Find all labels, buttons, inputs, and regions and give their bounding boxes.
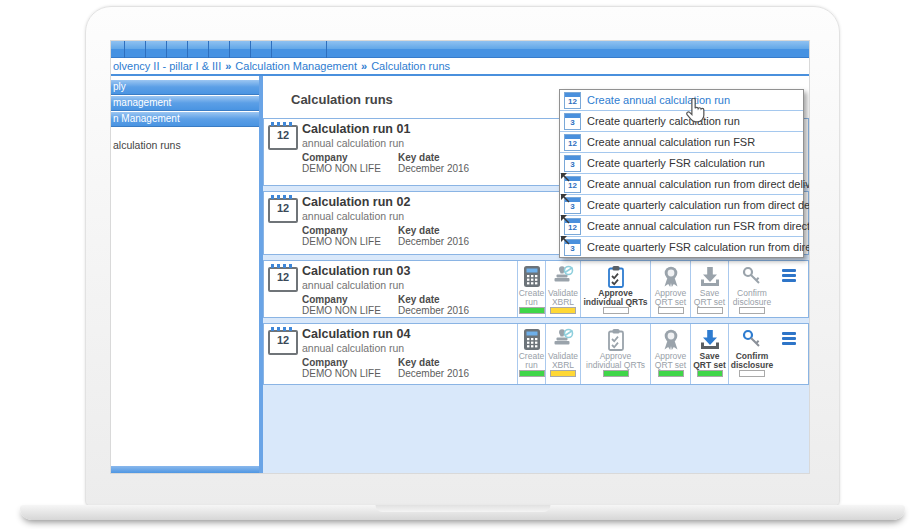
- clipboard-check-icon: [606, 264, 626, 289]
- confirm-disclosure-button[interactable]: Confirm disclosure: [728, 324, 775, 384]
- create-run-dropdown-menu: 12 Create annual calculation run 3 Creat…: [559, 89, 804, 258]
- company-label: Company: [302, 294, 348, 305]
- key-date-value: December 2016: [398, 163, 469, 174]
- status-bar: [519, 370, 545, 377]
- status-bar: [658, 307, 684, 314]
- calendar-12-icon: 12: [564, 134, 581, 151]
- status-bar: [519, 307, 545, 314]
- sidebar-item[interactable]: management: [111, 96, 259, 111]
- stamp-icon: [551, 327, 575, 352]
- key-date-label: Key date: [398, 225, 440, 236]
- company-value: DEMO NON LIFE: [302, 305, 381, 316]
- create-run-button[interactable]: Create run: [517, 261, 545, 317]
- approve-qrt-set-button[interactable]: Approve QRT set: [650, 261, 690, 317]
- sidebar-subnav: alculation runs: [111, 139, 259, 151]
- status-bar: [739, 307, 765, 314]
- calendar-3-import-icon: 3: [564, 239, 581, 256]
- tab[interactable]: [251, 41, 272, 58]
- sidebar-item[interactable]: n Management: [111, 112, 259, 127]
- company-value: DEMO NON LIFE: [302, 163, 381, 174]
- status-bar: [550, 370, 576, 377]
- rosette-icon: [660, 327, 682, 352]
- stamp-icon: [551, 264, 575, 289]
- calendar-3-import-icon: 3: [564, 197, 581, 214]
- clipboard-check-icon: [606, 327, 626, 352]
- run-subtitle: annual calculation run: [302, 210, 404, 222]
- approve-qrt-set-button[interactable]: Approve QRT set: [650, 324, 690, 384]
- menu-item[interactable]: 12 Create annual calculation run from di…: [560, 173, 803, 194]
- sidebar-nav: plymanagementn Management: [111, 80, 259, 127]
- run-title: Calculation run 03: [302, 264, 410, 278]
- status-bar: [697, 307, 723, 314]
- page-title: Calculation runs: [291, 92, 393, 107]
- key-icon: [740, 264, 764, 289]
- row-menu-button[interactable]: [782, 332, 798, 384]
- run-subtitle: annual calculation run: [302, 342, 404, 354]
- run-title: Calculation run 04: [302, 327, 410, 341]
- tab[interactable]: [111, 41, 125, 58]
- laptop-base-notch: [375, 505, 550, 512]
- tab[interactable]: [209, 41, 230, 58]
- sidebar-subitem[interactable]: alculation runs: [111, 139, 259, 151]
- breadcrumb-item[interactable]: Calculation runs: [371, 60, 450, 72]
- rosette-icon: [660, 264, 682, 289]
- key-icon: [740, 327, 764, 352]
- calendar-12-icon: 12: [564, 92, 581, 109]
- create-run-button[interactable]: Create run: [517, 324, 545, 384]
- breadcrumb: olvency II - pillar I & III»Calculation …: [111, 58, 809, 76]
- company-label: Company: [302, 357, 348, 368]
- breadcrumb-separator: »: [361, 60, 367, 72]
- menu-icon: [782, 332, 798, 346]
- calendar-3-icon: 3: [564, 155, 581, 172]
- status-bar: [658, 370, 684, 377]
- key-date-value: December 2016: [398, 305, 469, 316]
- validate-xbrl-button[interactable]: Validate XBRL: [545, 261, 580, 317]
- status-bar: [739, 370, 765, 377]
- approve-individual-qrts-button[interactable]: Approve individual QRTs: [580, 261, 650, 317]
- laptop-base: [20, 505, 905, 520]
- tab[interactable]: [230, 41, 251, 58]
- tab[interactable]: [272, 41, 327, 58]
- calendar-12-icon: 12: [268, 125, 298, 150]
- row-menu-button[interactable]: [782, 269, 798, 317]
- menu-item[interactable]: 12 Create annual calculation run FSR fro…: [560, 215, 803, 236]
- menu-icon: [782, 269, 798, 283]
- validate-xbrl-button[interactable]: Validate XBRL: [545, 324, 580, 384]
- approve-individual-qrts-button[interactable]: Approve individual QRTs: [580, 324, 650, 384]
- calendar-12-icon: 12: [268, 267, 298, 292]
- calendar-12-import-icon: 12: [564, 176, 581, 193]
- run-subtitle: annual calculation run: [302, 279, 404, 291]
- status-bar: [697, 370, 723, 377]
- tab[interactable]: [125, 41, 146, 58]
- menu-item[interactable]: 12 Create annual calculation run FSR: [560, 131, 803, 152]
- company-label: Company: [302, 152, 348, 163]
- tab[interactable]: [188, 41, 209, 58]
- save-qrt-set-button[interactable]: Save QRT set: [690, 324, 728, 384]
- row-actions: Create run Validate XBRL Approve individ…: [517, 261, 808, 317]
- breadcrumb-separator: »: [225, 60, 231, 72]
- calendar-3-icon: 3: [564, 113, 581, 130]
- confirm-disclosure-button[interactable]: Confirm disclosure: [728, 261, 775, 317]
- menu-item[interactable]: 3 Create quarterly FSR calculation run: [560, 152, 803, 173]
- run-title: Calculation run 01: [302, 122, 410, 136]
- tab[interactable]: [146, 41, 167, 58]
- save-qrt-set-button[interactable]: Save QRT set: [690, 261, 728, 317]
- menu-item[interactable]: 3 Create quarterly calculation run from …: [560, 194, 803, 215]
- menu-item[interactable]: 12 Create annual calculation run: [560, 90, 803, 110]
- breadcrumb-item[interactable]: olvency II - pillar I & III: [113, 60, 221, 72]
- tab[interactable]: [167, 41, 188, 58]
- save-tray-icon: [698, 264, 722, 289]
- key-date-label: Key date: [398, 357, 440, 368]
- breadcrumb-item[interactable]: Calculation Management: [235, 60, 357, 72]
- key-date-label: Key date: [398, 152, 440, 163]
- row-actions: Create run Validate XBRL Approve individ…: [517, 324, 808, 384]
- sidebar: plymanagementn Management alculation run…: [111, 76, 263, 473]
- sidebar-item[interactable]: ply: [111, 80, 259, 95]
- menu-item[interactable]: 3 Create quarterly FSR calculation run f…: [560, 236, 803, 257]
- run-subtitle: annual calculation run: [302, 137, 404, 149]
- calculator-icon: [521, 327, 543, 352]
- app-viewport: olvency II - pillar I & III»Calculation …: [111, 41, 809, 473]
- sidebar-scrollbar[interactable]: [111, 466, 259, 473]
- menu-item[interactable]: 3 Create quarterly calculation run: [560, 110, 803, 131]
- company-value: DEMO NON LIFE: [302, 368, 381, 379]
